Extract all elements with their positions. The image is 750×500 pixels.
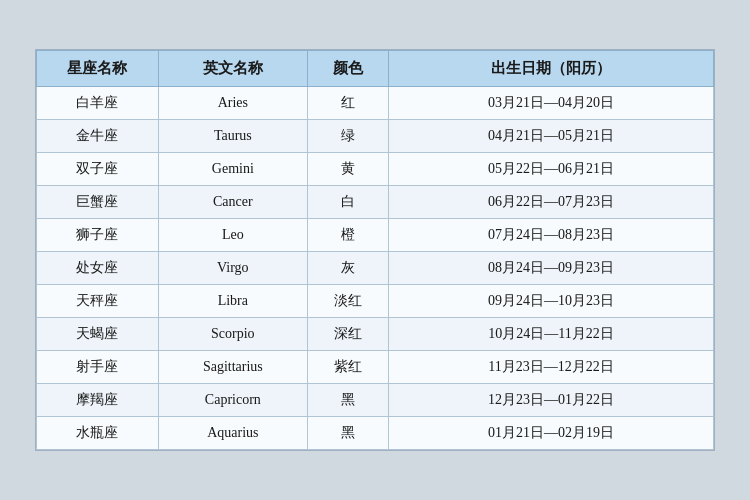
zodiac-table: 星座名称 英文名称 颜色 出生日期（阳历） 白羊座Aries红03月21日—04… xyxy=(36,50,714,450)
cell-zh-name: 天蝎座 xyxy=(37,318,159,351)
cell-color: 灰 xyxy=(307,252,388,285)
cell-date: 08月24日—09月23日 xyxy=(389,252,714,285)
cell-date: 11月23日—12月22日 xyxy=(389,351,714,384)
cell-zh-name: 金牛座 xyxy=(37,120,159,153)
header-color: 颜色 xyxy=(307,51,388,87)
cell-zh-name: 水瓶座 xyxy=(37,417,159,450)
header-zh-name: 星座名称 xyxy=(37,51,159,87)
cell-date: 09月24日—10月23日 xyxy=(389,285,714,318)
table-row: 金牛座Taurus绿04月21日—05月21日 xyxy=(37,120,714,153)
table-row: 天秤座Libra淡红09月24日—10月23日 xyxy=(37,285,714,318)
cell-en-name: Aries xyxy=(158,87,307,120)
cell-en-name: Sagittarius xyxy=(158,351,307,384)
cell-color: 黑 xyxy=(307,384,388,417)
table-row: 摩羯座Capricorn黑12月23日—01月22日 xyxy=(37,384,714,417)
cell-en-name: Leo xyxy=(158,219,307,252)
cell-zh-name: 巨蟹座 xyxy=(37,186,159,219)
cell-color: 橙 xyxy=(307,219,388,252)
cell-color: 绿 xyxy=(307,120,388,153)
table-row: 狮子座Leo橙07月24日—08月23日 xyxy=(37,219,714,252)
cell-date: 12月23日—01月22日 xyxy=(389,384,714,417)
cell-en-name: Taurus xyxy=(158,120,307,153)
cell-color: 红 xyxy=(307,87,388,120)
cell-date: 06月22日—07月23日 xyxy=(389,186,714,219)
cell-en-name: Virgo xyxy=(158,252,307,285)
cell-color: 黑 xyxy=(307,417,388,450)
cell-zh-name: 双子座 xyxy=(37,153,159,186)
header-date: 出生日期（阳历） xyxy=(389,51,714,87)
cell-zh-name: 白羊座 xyxy=(37,87,159,120)
cell-en-name: Cancer xyxy=(158,186,307,219)
cell-zh-name: 天秤座 xyxy=(37,285,159,318)
cell-date: 04月21日—05月21日 xyxy=(389,120,714,153)
cell-date: 05月22日—06月21日 xyxy=(389,153,714,186)
table-row: 天蝎座Scorpio深红10月24日—11月22日 xyxy=(37,318,714,351)
cell-color: 白 xyxy=(307,186,388,219)
table-row: 白羊座Aries红03月21日—04月20日 xyxy=(37,87,714,120)
cell-date: 03月21日—04月20日 xyxy=(389,87,714,120)
cell-zh-name: 摩羯座 xyxy=(37,384,159,417)
cell-en-name: Aquarius xyxy=(158,417,307,450)
cell-color: 黄 xyxy=(307,153,388,186)
table-row: 巨蟹座Cancer白06月22日—07月23日 xyxy=(37,186,714,219)
table-row: 双子座Gemini黄05月22日—06月21日 xyxy=(37,153,714,186)
cell-en-name: Capricorn xyxy=(158,384,307,417)
table-row: 处女座Virgo灰08月24日—09月23日 xyxy=(37,252,714,285)
cell-date: 07月24日—08月23日 xyxy=(389,219,714,252)
cell-zh-name: 狮子座 xyxy=(37,219,159,252)
header-en-name: 英文名称 xyxy=(158,51,307,87)
table-header-row: 星座名称 英文名称 颜色 出生日期（阳历） xyxy=(37,51,714,87)
cell-zh-name: 射手座 xyxy=(37,351,159,384)
cell-color: 深红 xyxy=(307,318,388,351)
cell-color: 紫红 xyxy=(307,351,388,384)
cell-en-name: Scorpio xyxy=(158,318,307,351)
cell-en-name: Gemini xyxy=(158,153,307,186)
cell-date: 10月24日—11月22日 xyxy=(389,318,714,351)
cell-en-name: Libra xyxy=(158,285,307,318)
cell-date: 01月21日—02月19日 xyxy=(389,417,714,450)
cell-zh-name: 处女座 xyxy=(37,252,159,285)
zodiac-table-container: 星座名称 英文名称 颜色 出生日期（阳历） 白羊座Aries红03月21日—04… xyxy=(35,49,715,451)
table-row: 水瓶座Aquarius黑01月21日—02月19日 xyxy=(37,417,714,450)
table-row: 射手座Sagittarius紫红11月23日—12月22日 xyxy=(37,351,714,384)
cell-color: 淡红 xyxy=(307,285,388,318)
